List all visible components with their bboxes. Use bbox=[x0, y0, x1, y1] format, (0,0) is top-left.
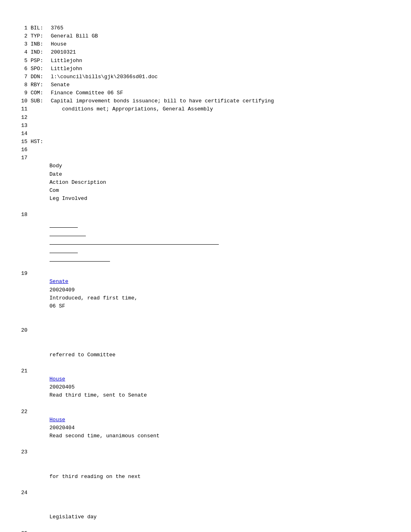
line-19: 19 Senate 20020409 Introduced, read firs… bbox=[16, 270, 395, 326]
line-9: 9 COM:Finance Committee 06 SF bbox=[16, 89, 395, 97]
line-7: 7 DDN:l:\council\bills\gjk\20366sd01.doc bbox=[16, 73, 395, 81]
row-22-body: House bbox=[50, 416, 78, 424]
bil-field: BIL:3765 bbox=[31, 24, 395, 32]
line-15: 15 HST: bbox=[16, 138, 395, 146]
line-num-9: 9 bbox=[16, 89, 27, 97]
line-num-15: 15 bbox=[16, 138, 27, 146]
line-num-18: 18 bbox=[16, 211, 27, 270]
row-20-action: referred to Committee bbox=[50, 351, 219, 359]
line-5: 5 PSP:Littlejohn bbox=[16, 57, 395, 65]
house-link-21[interactable]: House bbox=[50, 376, 65, 382]
line-num-17: 17 bbox=[16, 154, 27, 211]
hst-label: HST: bbox=[31, 138, 395, 146]
spo-field: SPO:Littlejohn bbox=[31, 65, 395, 73]
row-22-action: Read second time, unanimous consent bbox=[50, 432, 219, 440]
divider-action bbox=[50, 236, 219, 245]
line-num-20: 20 bbox=[16, 326, 27, 367]
row-19-com: 06 SF bbox=[50, 302, 78, 310]
document: 1 BIL:3765 2 TYP:General Bill GB 3 INB:H… bbox=[16, 24, 395, 532]
col-header-date: Date bbox=[50, 170, 86, 179]
col-header-action: Action Description bbox=[50, 179, 219, 187]
row-23-action: for third reading on the next bbox=[50, 473, 219, 481]
com-field: COM:Finance Committee 06 SF bbox=[31, 89, 395, 97]
sub-field: SUB:Capital improvement bonds issuance; … bbox=[31, 97, 395, 105]
line-6: 6 SPO:Littlejohn bbox=[16, 65, 395, 73]
line-num-16: 16 bbox=[16, 146, 27, 154]
line-24: 24 Legislative day bbox=[16, 489, 395, 530]
divider-date bbox=[50, 228, 86, 236]
senate-link[interactable]: Senate bbox=[50, 278, 68, 285]
line-2: 2 TYP:General Bill GB bbox=[16, 32, 395, 40]
row-19-action: Introduced, read first time, bbox=[50, 294, 219, 302]
line-num-22: 22 bbox=[16, 408, 27, 449]
line-23: 23 for third reading on the next bbox=[16, 448, 395, 489]
row-19-date: 20020409 bbox=[50, 286, 86, 294]
line-num-6: 6 bbox=[16, 65, 27, 73]
line-num-3: 3 bbox=[16, 40, 27, 48]
row-21-action: Read third time, sent to Senate bbox=[50, 391, 219, 399]
line-11: 11 conditions met; Appropriations, Gener… bbox=[16, 105, 395, 113]
line-num-23: 23 bbox=[16, 448, 27, 489]
line-14: 14 bbox=[16, 130, 395, 138]
row-19-body: Senate bbox=[50, 278, 78, 286]
inb-field: INB:House bbox=[31, 40, 395, 48]
rby-field: RBY:Senate bbox=[31, 81, 395, 89]
divider-com bbox=[50, 245, 78, 253]
line-1: 1 BIL:3765 bbox=[16, 24, 395, 32]
line-3: 3 INB:House bbox=[16, 40, 395, 48]
line-num-5: 5 bbox=[16, 57, 27, 65]
row-24-action: Legislative day bbox=[50, 513, 219, 521]
col-header-com: Com bbox=[50, 187, 78, 195]
ind-field: IND:20010321 bbox=[31, 48, 395, 56]
line-25: 25 House 20020403 Committee report: Favo… bbox=[16, 530, 395, 532]
line-num-14: 14 bbox=[16, 130, 27, 138]
row-21-body: House bbox=[50, 375, 78, 383]
col-header-body: Body bbox=[50, 162, 78, 170]
line-13: 13 bbox=[16, 122, 395, 130]
row-21-date: 20020405 bbox=[50, 383, 86, 391]
line-num-21: 21 bbox=[16, 367, 27, 408]
line-num-12: 12 bbox=[16, 114, 27, 122]
line-12: 12 bbox=[16, 114, 395, 122]
house-link-22[interactable]: House bbox=[50, 417, 65, 423]
line-16: 16 bbox=[16, 146, 395, 154]
ddn-field: DDN:l:\council\bills\gjk\20366sd01.doc bbox=[31, 73, 395, 81]
psp-field: PSP:Littlejohn bbox=[31, 57, 395, 65]
line-21: 21 House 20020405 Read third time, sent … bbox=[16, 367, 395, 408]
line-4: 4 IND:20010321 bbox=[16, 48, 395, 56]
typ-field: TYP:General Bill GB bbox=[31, 32, 395, 40]
col-header-leg: Leg Involved bbox=[50, 195, 110, 203]
line-num-1: 1 bbox=[16, 24, 27, 32]
line-num-10: 10 bbox=[16, 97, 27, 105]
line-10: 10 SUB:Capital improvement bonds issuanc… bbox=[16, 97, 395, 105]
line-num-25: 25 bbox=[16, 530, 27, 532]
line-num-24: 24 bbox=[16, 489, 27, 530]
line-num-8: 8 bbox=[16, 81, 27, 89]
divider-body bbox=[50, 219, 78, 227]
line-num-2: 2 bbox=[16, 32, 27, 40]
line-num-4: 4 bbox=[16, 48, 27, 56]
divider-leg bbox=[50, 253, 110, 262]
line-17-header: 17 Body Date Action Description Com Leg … bbox=[16, 154, 395, 211]
line-18-divider: 18 bbox=[16, 211, 395, 270]
row-22-date: 20020404 bbox=[50, 424, 86, 432]
line-22: 22 House 20020404 Read second time, unan… bbox=[16, 408, 395, 449]
line-num-11: 11 bbox=[16, 105, 27, 113]
line-8: 8 RBY:Senate bbox=[16, 81, 395, 89]
line-num-19: 19 bbox=[16, 270, 27, 326]
line-num-13: 13 bbox=[16, 122, 27, 130]
sub-continuation: conditions met; Appropriations, General … bbox=[31, 105, 395, 113]
line-num-7: 7 bbox=[16, 73, 27, 81]
line-20: 20 referred to Committee bbox=[16, 326, 395, 367]
